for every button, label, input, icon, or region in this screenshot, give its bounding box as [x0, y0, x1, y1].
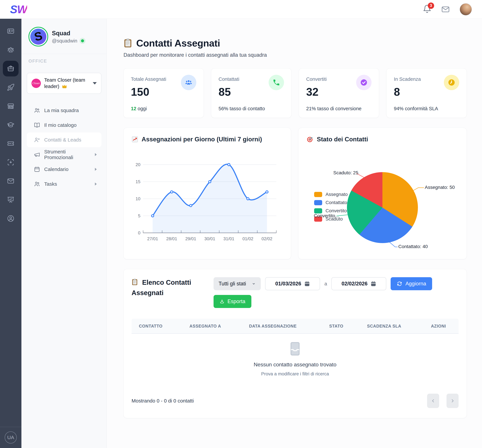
column-header-assegnato-a[interactable]: ASSEGNATO A [189, 324, 249, 329]
presentation-chart-icon [7, 196, 15, 204]
pie-chart: Assegnato Contattato Convertito Scaduto [306, 143, 458, 247]
clipboard-icon [123, 38, 132, 48]
pie-disc [347, 172, 418, 243]
sidebar: S Squad @squadwin OFFICE Closer Team Clo… [21, 19, 107, 448]
column-header-scadenza-sla[interactable]: SCADENZA SLA [367, 324, 431, 329]
chart-up-icon [132, 136, 138, 143]
active-rail-tile [3, 61, 19, 77]
line-chart: 0510152027/0128/0129/0130/0131/0101/0202… [132, 151, 283, 245]
briefcase-icon [7, 65, 15, 72]
page-title: Contatti Assegnati [136, 38, 220, 49]
column-header-stato[interactable]: STATO [329, 324, 367, 329]
sidebar-item-la-mia-squadra[interactable]: La mia squadra [27, 103, 101, 118]
sidebar-item-tasks[interactable]: Tasks [27, 177, 101, 191]
scan-download-icon [7, 158, 15, 166]
messages-button[interactable] [441, 5, 450, 14]
list-title: Elenco Contatti Assegnati [132, 277, 214, 308]
rail-item-store[interactable] [0, 97, 21, 115]
graduation-cap-icon [7, 121, 15, 129]
column-header-data-assegnazione[interactable]: DATA ASSEGNAZIONE [249, 324, 329, 329]
column-header-azioni[interactable]: AZIONI [431, 324, 451, 329]
svg-text:28/01: 28/01 [166, 236, 177, 241]
date-from-input[interactable]: 01/03/2026 [265, 277, 320, 290]
legend-swatch [314, 200, 322, 205]
chevron-right-icon [95, 168, 97, 171]
sidebar-item-strumenti-promozionali[interactable]: Strumenti Promozionali [27, 147, 101, 162]
rail-item-tickets[interactable] [0, 134, 21, 153]
stat-card-contattati: Contattati 85 56% tasso di contatto [211, 68, 291, 118]
stat-value: 32 [306, 86, 372, 98]
users-round-icon [7, 46, 15, 54]
chevron-left-icon [431, 398, 436, 403]
chevron-right-icon [450, 398, 455, 403]
refresh-button[interactable]: Aggiorna [391, 277, 432, 290]
rail-item-mail[interactable] [0, 172, 21, 190]
stat-caption: 56% tasso di contatto [219, 106, 284, 111]
column-header-contatto[interactable]: CONTATTO [139, 324, 189, 329]
rail-item-deploy[interactable] [0, 153, 21, 172]
team-selector[interactable]: Closer Team Closer (team leader) [27, 73, 101, 94]
app-logo[interactable]: SW [10, 3, 27, 16]
legend-item-convertito[interactable]: Convertito [314, 208, 348, 213]
stat-card-in-scadenza: In Scadenza 8 94% conformità SLA [386, 68, 466, 118]
storefront-icon [7, 102, 15, 110]
mail-icon [7, 177, 15, 185]
contacts-list-card: Elenco Contatti Assegnati Tutti gli stat… [123, 269, 466, 418]
sidebar-divider [21, 54, 107, 54]
status-filter-select[interactable]: Tutti gli stati [214, 277, 261, 290]
chevron-down-icon [252, 282, 256, 286]
page-subtitle: Dashboard per monitorare i contatti asse… [123, 52, 482, 58]
rail-item-team[interactable] [0, 40, 21, 59]
profile-block: S Squad @squadwin [28, 27, 84, 47]
rail-item-office[interactable] [0, 59, 21, 78]
legend-swatch [314, 208, 322, 213]
results-summary: Mostrando 0 - 0 di 0 contatti [132, 398, 194, 404]
rail-item-presentation[interactable] [0, 190, 21, 209]
notifications-button[interactable]: 3 [423, 5, 432, 14]
empty-state-title: Nessun contatto assegnato trovato [254, 362, 337, 368]
stat-caption: 21% tasso di conversione [306, 106, 372, 111]
pie-chart-title: Stato dei Contatti [317, 136, 368, 143]
export-button[interactable]: Esporta [214, 295, 251, 308]
stat-value: 150 [131, 86, 196, 98]
legend-item-contattato[interactable]: Contattato [314, 200, 348, 205]
icon-rail: UA [0, 19, 21, 448]
stat-caption: 12 oggi [131, 106, 196, 111]
rail-item-academy[interactable] [0, 115, 21, 134]
line-chart-title: Assegnazioni per Giorno (Ultimi 7 giorni… [142, 136, 262, 143]
rail-user-initials[interactable]: UA [5, 432, 17, 443]
rail-item-launch[interactable] [0, 78, 21, 97]
sidebar-item-calendario[interactable]: Calendario [27, 162, 101, 177]
user-avatar[interactable] [460, 3, 472, 16]
pie-callout-assegnato: Assegnato: 50 [425, 185, 455, 190]
sidebar-item-label: Tasks [44, 181, 57, 187]
notification-badge: 3 [428, 2, 434, 9]
squad-avatar: S [28, 27, 48, 47]
next-page-button[interactable] [447, 394, 458, 408]
date-range-separator: a [324, 281, 327, 287]
sidebar-item-label: Strumenti Promozionali [44, 149, 91, 160]
sidebar-section-label: OFFICE [28, 59, 47, 64]
rail-item-id-card[interactable] [0, 22, 21, 40]
svg-text:0: 0 [138, 230, 140, 235]
stat-label: Contattati [219, 77, 239, 82]
svg-text:30/01: 30/01 [204, 236, 215, 241]
crown-icon [62, 84, 67, 89]
previous-page-button[interactable] [427, 394, 439, 408]
user-circle-icon [7, 215, 15, 222]
topbar: SW 3 [0, 0, 482, 19]
pie-chart-card: Stato dei Contatti Assegnato Contattato [298, 128, 466, 259]
legend-item-assegnato[interactable]: Assegnato [314, 192, 348, 197]
rail-item-account[interactable] [0, 209, 21, 228]
clipboard-icon [132, 278, 138, 286]
sidebar-item-il-mio-catalogo[interactable]: Il mio catalogo [27, 118, 101, 133]
stat-value: 85 [219, 86, 284, 98]
date-to-input[interactable]: 02/02/2026 [331, 277, 386, 290]
sidebar-item-label: Calendario [44, 166, 68, 172]
sidebar-item-contatti-leads[interactable]: Contatti & Leads [27, 133, 101, 147]
chevron-right-icon [95, 153, 97, 156]
sidebar-item-label: Il mio catalogo [44, 122, 76, 128]
stat-label: Convertiti [306, 77, 327, 82]
user-plus-icon [34, 137, 40, 143]
svg-text:10: 10 [136, 196, 140, 201]
